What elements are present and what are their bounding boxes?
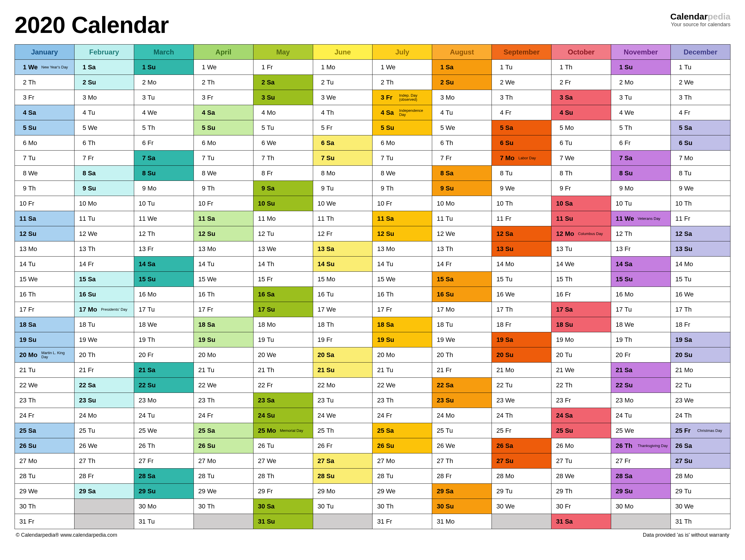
day-cell: 13Sa — [313, 241, 372, 256]
day-of-week: Tu — [504, 276, 517, 283]
footer-right: Data provided 'as is' without warranty — [643, 532, 729, 538]
day-of-week: We — [623, 427, 637, 434]
day-cell: 27Mo — [194, 454, 253, 469]
day-number: 18 — [435, 321, 444, 329]
day-number: 23 — [197, 397, 205, 404]
day-of-week: Tu — [682, 169, 697, 177]
day-number: 10 — [435, 200, 444, 207]
day-number: 17 — [495, 306, 504, 313]
day-cell: 7Sa — [611, 151, 671, 166]
day-number: 10 — [256, 200, 265, 207]
day-of-week: Sa — [146, 260, 160, 268]
day-number: 1 — [137, 63, 146, 71]
day-number: 29 — [256, 488, 265, 495]
day-of-week: Mo — [563, 230, 577, 238]
day-cell: 15Mo — [313, 272, 372, 287]
day-number: 18 — [674, 321, 682, 329]
day-of-week: We — [682, 185, 697, 192]
day-of-week: Sa — [325, 139, 339, 147]
day-number: 17 — [137, 306, 146, 313]
day-of-week: Sa — [682, 124, 697, 132]
day-number: 20 — [18, 351, 27, 359]
day-number: 6 — [316, 139, 325, 147]
day-number: 19 — [435, 336, 444, 344]
day-of-week: We — [205, 169, 220, 177]
day-number: 22 — [137, 381, 146, 389]
month-header: July — [372, 44, 432, 60]
day-of-week: Fr — [682, 109, 697, 117]
day-number: 29 — [197, 488, 205, 495]
day-number: 5 — [18, 124, 27, 132]
day-of-week: Th — [682, 412, 697, 419]
day-of-week: Mo — [504, 366, 517, 374]
day-cell: 2Th — [194, 75, 253, 90]
day-number: 11 — [495, 215, 504, 222]
day-cell: 16Su — [74, 287, 134, 302]
day-of-week: Sa — [205, 427, 220, 434]
day-number: 11 — [137, 215, 146, 222]
day-of-week: Mo — [682, 260, 697, 268]
day-of-week: Su — [504, 351, 517, 359]
day-of-week: Mo — [623, 503, 637, 510]
day-number: 11 — [197, 215, 205, 222]
day-cell: 21Fr — [74, 363, 134, 378]
day-number: 26 — [316, 442, 325, 449]
day-of-week: Su — [384, 336, 398, 344]
day-cell: 18Tu — [432, 317, 492, 332]
day-number: 7 — [18, 154, 27, 162]
day-number: 16 — [376, 291, 384, 298]
day-number: 15 — [316, 276, 325, 283]
day-number: 17 — [376, 306, 384, 313]
day-cell: 8We — [194, 166, 253, 181]
day-of-week: Tu — [146, 94, 160, 101]
day-of-week: Fr — [384, 200, 398, 207]
day-cell: 18We — [134, 317, 194, 332]
day-number: 25 — [316, 427, 325, 434]
day-number: 22 — [197, 381, 205, 389]
day-number: 28 — [77, 472, 86, 480]
day-of-week: Mo — [27, 245, 40, 253]
day-cell: 9Su — [74, 181, 134, 196]
day-number: 29 — [77, 488, 86, 495]
day-of-week: Sa — [444, 63, 458, 71]
day-cell: 20Fr — [611, 347, 671, 363]
day-of-week: Tu — [444, 109, 458, 117]
day-number: 11 — [77, 215, 86, 222]
day-number: 23 — [77, 397, 86, 404]
day-number: 21 — [376, 366, 384, 374]
day-of-week: We — [86, 442, 100, 449]
day-number: 9 — [197, 185, 205, 192]
day-of-week: We — [86, 124, 100, 132]
day-of-week: Th — [27, 397, 40, 404]
day-of-week: Th — [504, 94, 517, 101]
day-of-week: Mo — [27, 457, 40, 465]
day-cell: 22We — [15, 378, 74, 393]
day-of-week: Sa — [563, 94, 577, 101]
day-number: 4 — [137, 109, 146, 117]
day-cell: 1We — [372, 60, 432, 75]
day-of-week: Tu — [504, 381, 517, 389]
day-number: 4 — [554, 109, 563, 117]
day-cell: 17Fr — [194, 302, 253, 317]
day-of-week: Tu — [623, 412, 637, 419]
day-cell: 27We — [253, 454, 313, 469]
day-of-week: Fr — [265, 169, 279, 177]
day-of-week: Th — [146, 336, 160, 344]
day-of-week: Su — [325, 154, 339, 162]
day-number: 20 — [554, 351, 563, 359]
day-cell: 12Su — [194, 226, 253, 241]
day-cell: 22Tu — [492, 378, 551, 393]
day-of-week: Su — [265, 200, 279, 207]
day-of-week: Mo — [205, 245, 220, 253]
day-number: 26 — [18, 442, 27, 449]
day-of-week: Fr — [205, 306, 220, 313]
day-of-week: Su — [265, 518, 279, 525]
day-cell: 15Tu — [671, 272, 730, 287]
day-number: 15 — [137, 276, 146, 283]
day-number: 27 — [614, 457, 623, 465]
day-number: 26 — [614, 442, 623, 449]
day-number: 24 — [197, 412, 205, 419]
day-cell: 24Fr — [372, 408, 432, 423]
day-number: 26 — [197, 442, 205, 449]
day-number: 18 — [77, 321, 86, 329]
